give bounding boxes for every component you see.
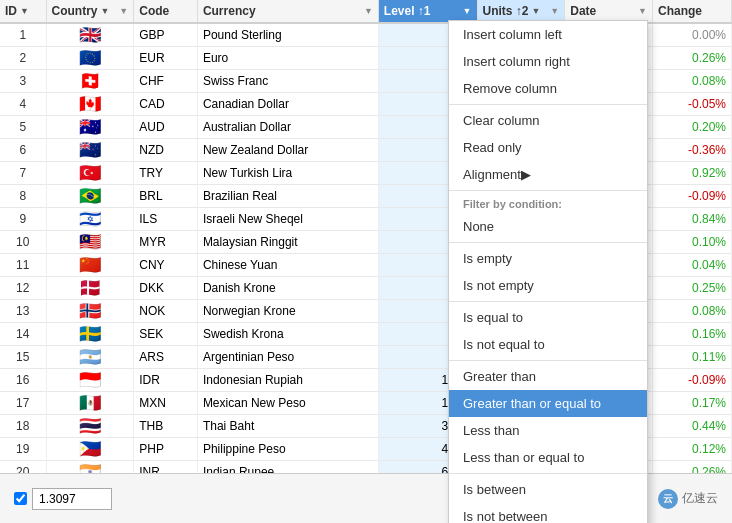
cell-currency: Swiss Franc xyxy=(197,70,378,93)
menu-item[interactable]: Less than xyxy=(449,417,647,444)
cell-currency: New Zealand Dollar xyxy=(197,139,378,162)
cell-code: GBP xyxy=(134,23,198,47)
cell-country: 🇩🇰 xyxy=(46,277,134,300)
menu-item[interactable]: Is empty xyxy=(449,245,647,272)
cell-country: 🇲🇾 xyxy=(46,231,134,254)
cell-id: 12 xyxy=(0,277,46,300)
col-header-currency[interactable]: Currency ▼ xyxy=(197,0,378,23)
cell-currency: Swedish Krona xyxy=(197,323,378,346)
column-context-menu[interactable]: Insert column leftInsert column rightRem… xyxy=(448,20,648,523)
menu-item[interactable]: Is not empty xyxy=(449,272,647,299)
cell-country: 🇪🇺 xyxy=(46,47,134,70)
cell-id: 10 xyxy=(0,231,46,254)
cell-change: 0.84% xyxy=(653,208,732,231)
sort-icon-country: ▼ xyxy=(101,6,110,16)
cell-id: 8 xyxy=(0,185,46,208)
col-header-country[interactable]: Country ▼ ▼ xyxy=(46,0,134,23)
flag-icon: 🇮🇩 xyxy=(78,372,102,388)
cell-id: 9 xyxy=(0,208,46,231)
cell-change: 0.20% xyxy=(653,116,732,139)
cell-country: 🇬🇧 xyxy=(46,23,134,47)
cell-currency: Malaysian Ringgit xyxy=(197,231,378,254)
filter-checkbox[interactable] xyxy=(14,492,27,505)
col-header-change[interactable]: Change xyxy=(653,0,732,23)
menu-item[interactable]: Clear column xyxy=(449,107,647,134)
filter-icon-date: ▼ xyxy=(638,6,647,16)
cell-country: 🇹🇭 xyxy=(46,415,134,438)
cell-currency: Euro xyxy=(197,47,378,70)
menu-item[interactable]: Is between xyxy=(449,476,647,503)
menu-item[interactable]: None xyxy=(449,213,647,240)
cell-code: IDR xyxy=(134,369,198,392)
cell-id: 17 xyxy=(0,392,46,415)
cell-change: 0.11% xyxy=(653,346,732,369)
menu-item[interactable]: Is not between xyxy=(449,503,647,523)
cell-code: SEK xyxy=(134,323,198,346)
cell-country: 🇮🇩 xyxy=(46,369,134,392)
cell-code: AUD xyxy=(134,116,198,139)
cell-code: PHP xyxy=(134,438,198,461)
menu-divider xyxy=(449,242,647,243)
cell-id: 2 xyxy=(0,47,46,70)
cell-country: 🇨🇦 xyxy=(46,93,134,116)
cell-id: 6 xyxy=(0,139,46,162)
cell-id: 15 xyxy=(0,346,46,369)
menu-item[interactable]: Insert column left xyxy=(449,21,647,48)
sort-icon-id: ▼ xyxy=(20,6,29,16)
flag-icon: 🇨🇳 xyxy=(78,257,102,273)
flag-icon: 🇲🇾 xyxy=(78,234,102,250)
cell-code: DKK xyxy=(134,277,198,300)
flag-icon: 🇮🇱 xyxy=(78,211,102,227)
logo-text: 亿速云 xyxy=(682,490,718,507)
cell-change: 0.25% xyxy=(653,277,732,300)
cell-currency: New Turkish Lira xyxy=(197,162,378,185)
cell-change: -0.05% xyxy=(653,93,732,116)
cell-id: 5 xyxy=(0,116,46,139)
filter-icon-currency: ▼ xyxy=(364,6,373,16)
menu-divider xyxy=(449,104,647,105)
cell-currency: Mexican New Peso xyxy=(197,392,378,415)
cell-code: TRY xyxy=(134,162,198,185)
cell-country: 🇳🇴 xyxy=(46,300,134,323)
logo-icon: 云 xyxy=(658,489,678,509)
cell-change: 0.04% xyxy=(653,254,732,277)
cell-currency: Argentinian Peso xyxy=(197,346,378,369)
cell-id: 16 xyxy=(0,369,46,392)
sort-icon-units: ▼ xyxy=(532,6,541,16)
cell-change: 0.92% xyxy=(653,162,732,185)
col-header-code[interactable]: Code xyxy=(134,0,198,23)
flag-icon: 🇨🇭 xyxy=(78,73,102,89)
flag-icon: 🇹🇭 xyxy=(78,418,102,434)
menu-item[interactable]: Greater than or equal to xyxy=(449,390,647,417)
cell-currency: Thai Baht xyxy=(197,415,378,438)
cell-id: 18 xyxy=(0,415,46,438)
menu-item[interactable]: Is not equal to xyxy=(449,331,647,358)
cell-id: 7 xyxy=(0,162,46,185)
menu-section-label: Filter by condition: xyxy=(449,193,647,213)
menu-item[interactable]: Read only xyxy=(449,134,647,161)
filter-value-input[interactable] xyxy=(32,488,112,510)
cell-currency: Danish Krone xyxy=(197,277,378,300)
cell-change: 0.08% xyxy=(653,70,732,93)
filter-icon-country: ▼ xyxy=(119,6,128,16)
menu-item[interactable]: Remove column xyxy=(449,75,647,102)
cell-change: -0.09% xyxy=(653,369,732,392)
col-header-id[interactable]: ID ▼ xyxy=(0,0,46,23)
cell-country: 🇸🇪 xyxy=(46,323,134,346)
menu-item[interactable]: Insert column right xyxy=(449,48,647,75)
flag-icon: 🇪🇺 xyxy=(78,50,102,66)
cell-id: 14 xyxy=(0,323,46,346)
menu-item[interactable]: Greater than xyxy=(449,363,647,390)
cell-code: MXN xyxy=(134,392,198,415)
menu-item[interactable]: Less than or equal to xyxy=(449,444,647,471)
cell-currency: Canadian Dollar xyxy=(197,93,378,116)
logo: 云 亿速云 xyxy=(658,489,718,509)
cell-country: 🇦🇺 xyxy=(46,116,134,139)
cell-currency: Brazilian Real xyxy=(197,185,378,208)
flag-icon: 🇸🇪 xyxy=(78,326,102,342)
filter-value-area xyxy=(14,488,505,510)
menu-item[interactable]: Is equal to xyxy=(449,304,647,331)
cell-currency: Pound Sterling xyxy=(197,23,378,47)
cell-change: 0.10% xyxy=(653,231,732,254)
menu-item[interactable]: Alignment▶ xyxy=(449,161,647,188)
